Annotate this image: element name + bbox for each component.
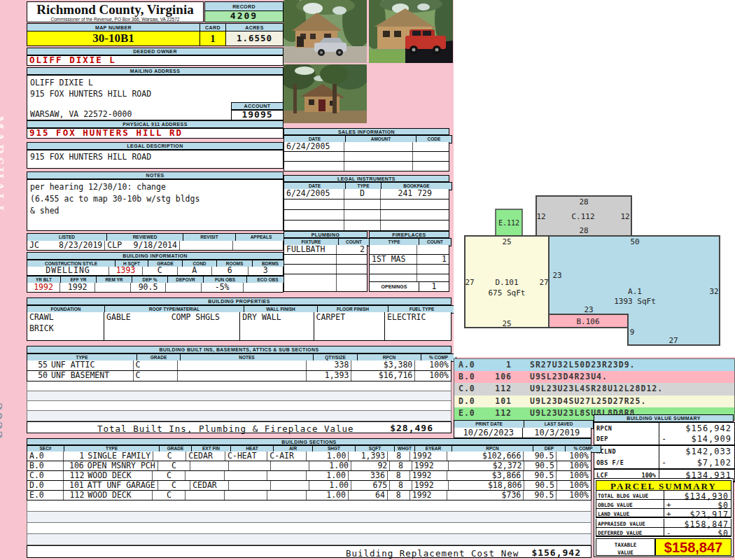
builtins-total-row: Total Built Ins, Plumbing & Fireplace Va… xyxy=(27,421,451,433)
bvs-dep-value: $14,909 xyxy=(691,434,732,444)
building-info-header: BUILDING INFORMATION xyxy=(27,252,284,260)
parcel-summary-box: PARCEL SUMMARY TOTAL BLDG VALUE $134,930… xyxy=(594,478,734,557)
parcel-row: APPRAISED VALUE $158,847 xyxy=(596,519,732,528)
building-info-v2: 1992 1992 90.5 -5% xyxy=(27,283,284,293)
notes-box: per hearing 12/30/10: change (6.455 ac t… xyxy=(27,179,284,231)
construction-style-value: DWELLING xyxy=(27,267,109,275)
parcel-row: OBLDG VALUE + $0 xyxy=(596,500,732,509)
remyr-value xyxy=(95,283,130,292)
notes-line-1: per hearing 12/30/10: change xyxy=(30,182,166,192)
property-record-card: MARSHALL 2023 Richmond County, Virginia … xyxy=(0,0,735,560)
dep-pct-value: 90.5 xyxy=(131,283,166,292)
plumbing-header: PLUMBING xyxy=(284,231,368,238)
dim-label: 50 xyxy=(630,237,639,246)
properties-value-row: CRAWL BRICK GABLE COMP SHGLS DRY WALL CA… xyxy=(27,312,451,341)
building-sketch: 28 12 C.112 12 28 E.112 25 50 23 27 D.10… xyxy=(454,0,735,357)
area-label-a1: 1393 SqFt xyxy=(614,297,656,306)
building-value-summary-header: BUILDING VALUE SUMMARY xyxy=(594,414,734,422)
sales-row-empty xyxy=(284,152,449,162)
parcel-row: LAND VALUE + $23,917 xyxy=(596,509,732,518)
vendor-strip-label: MARSHALL xyxy=(0,115,7,217)
property-photo-side-suv xyxy=(369,0,453,63)
dim-label: 25 xyxy=(502,237,511,246)
sales-date-value: 6/24/2005 xyxy=(284,142,344,151)
builtin-row: 55UNF ATTIC C 338 $3,380 100% xyxy=(27,360,451,371)
sales-row-empty xyxy=(284,162,449,172)
taxable-value: $158,847 xyxy=(655,538,732,556)
parcel-row: TOTAL BLDG VALUE $134,930 xyxy=(596,491,732,500)
foundation-value-1: CRAWL xyxy=(29,314,54,322)
instrument-row-empty xyxy=(284,220,449,231)
dim-label: 28 xyxy=(579,226,588,235)
bvs-row-rclnd: RCLND $142,033 xyxy=(594,446,735,458)
roof-material-value: COMP SHGLS xyxy=(172,314,220,322)
section-row-c: C.0 112WOOD DECK C 1.00 336 8 1992 $3,86… xyxy=(27,471,592,481)
openings-row: OPENINGS 1 xyxy=(369,281,449,292)
instrument-type-value: D xyxy=(344,189,382,199)
builtin-qty: 1,393 xyxy=(307,371,352,381)
review-value-row: JC 8/23/2019 CLP 9/18/2014 xyxy=(27,241,284,251)
instrument-row: 6/24/2005 D 241 729 xyxy=(284,189,449,200)
section-row-empty xyxy=(27,512,592,523)
mailing-address-header: MAILING ADDRESS xyxy=(27,67,284,75)
fireplaces-header: FIREPLACES xyxy=(369,231,449,238)
dim-label: 28 xyxy=(579,197,588,206)
fuel-type-value: ELECTRIC xyxy=(387,314,426,322)
last-saved-value: 10/3/2019 xyxy=(523,428,591,438)
appeals-value xyxy=(233,241,283,250)
fireplace-row-empty xyxy=(369,265,449,274)
county-title: Richmond County, Virginia xyxy=(27,3,203,16)
fireplace-row-empty xyxy=(369,274,449,281)
taxable-value-label: TAXABLE VALUE xyxy=(596,538,655,556)
vector-path: U9L23U23L4SR28U12L28D12. xyxy=(530,383,663,394)
wall-finish-value: DRY WALL xyxy=(242,314,281,322)
vector-path: SR27U32L50D23R23D9. xyxy=(530,359,636,370)
land-value: $23,917 xyxy=(690,510,729,519)
dim-label: 23 xyxy=(552,271,561,280)
building-info-v1: DWELLING 1393 C A 6 3 xyxy=(27,267,284,276)
section-row-e: E.0 112WOOD DECK C 1.00 64 8 1992 $736 9… xyxy=(27,491,592,500)
sections-footer-row: Building Replacement Cost New $156,942 xyxy=(27,545,592,558)
openings-value: 1 xyxy=(419,281,449,292)
legend-row-b: B.0 106 U9SL23D4R23U4. xyxy=(454,371,735,384)
notes-header: NOTES xyxy=(27,172,284,179)
fixture-value: FULLBATH xyxy=(284,245,337,254)
builtin-row-empty xyxy=(27,382,451,391)
effyr-value: 1992 xyxy=(60,283,95,292)
sales-amount-value xyxy=(344,142,413,151)
dim-label: 25 xyxy=(502,319,511,328)
bvs-rclnd-value: $142,033 xyxy=(685,447,732,456)
grade-value: C xyxy=(143,267,178,275)
reviewed-date: 9/18/2014 xyxy=(134,241,177,250)
legal-description-header: LEGAL DESCRIPTION xyxy=(27,142,284,150)
year-strip-label: 2023 xyxy=(0,402,6,440)
dim-label: 12 xyxy=(620,212,629,221)
builtins-header: BUILDING BUILT INS, BASEMENTS, ATTICS & … xyxy=(27,346,451,354)
builtin-comp: 100% xyxy=(415,360,451,370)
section-label-e112: E.112 xyxy=(498,219,519,227)
notes-line-2: (6.455 ac to map 30-10b w/stg bldgs xyxy=(30,194,200,204)
area-label-d101: 675 SqFt xyxy=(489,288,526,298)
section-row-a: A.0 1SINGLE FAMILY C CEDAR C-HEAT C-AIR … xyxy=(27,451,592,461)
builtin-row-empty xyxy=(27,391,451,401)
legal-instruments-header: LEGAL INSTRUMENTS xyxy=(284,175,449,182)
bvs-obs-value: $7,102 xyxy=(697,458,732,468)
dim-label: 32 xyxy=(709,287,718,296)
builtin-rpcn: $16,716 xyxy=(351,371,415,381)
funobs-value: -5% xyxy=(202,283,244,292)
bdrms-value: 3 xyxy=(248,267,284,275)
plumbing-row-empty xyxy=(284,255,368,265)
cond-value: A xyxy=(178,267,213,275)
builtin-grade: C xyxy=(134,360,178,370)
replacement-cost-label: Building Replacement Cost New xyxy=(346,548,519,559)
builtin-grade: C xyxy=(134,371,178,381)
builtin-qty: 338 xyxy=(307,360,352,370)
rooms-value: 6 xyxy=(212,267,248,275)
legend-row-d: D.0 101 U9L23D4SU27L25D27R25. xyxy=(454,396,735,409)
dim-label: 9 xyxy=(630,328,635,337)
deferred-value: $0 xyxy=(718,528,729,538)
foundation-value-2: BRICK xyxy=(29,325,54,333)
map-number-value: 30-10B1 xyxy=(27,31,200,46)
sales-info-header: SALES INFORMATION xyxy=(284,128,449,135)
account-value: 19095 xyxy=(231,110,284,120)
